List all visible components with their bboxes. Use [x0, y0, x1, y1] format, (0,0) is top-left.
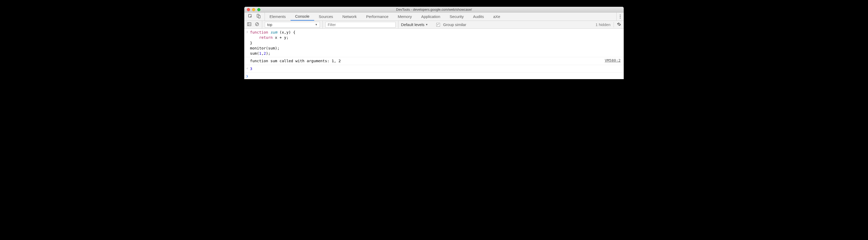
return-value: 3	[250, 66, 252, 71]
toolbar-right: 1 hidden	[593, 22, 624, 27]
titlebar: DevTools - developers.google.com/web/sho…	[244, 7, 624, 12]
svg-rect-3	[247, 23, 251, 26]
tab-elements[interactable]: Elements	[265, 12, 290, 21]
sidebar-toggle-icon[interactable]	[247, 22, 252, 27]
execution-context-selector[interactable]: top ▼	[265, 22, 320, 28]
device-toolbar-icon[interactable]	[256, 14, 261, 19]
tab-network[interactable]: Network	[338, 12, 362, 21]
group-similar-label: Group similar	[443, 22, 466, 27]
context-group: top ▼	[262, 21, 323, 28]
context-value: top	[267, 23, 272, 27]
log-source-link[interactable]: VM580:2	[605, 58, 624, 63]
left-controls	[244, 21, 262, 28]
inspect-element-icon[interactable]	[248, 14, 253, 19]
tab-axe[interactable]: aXe	[489, 12, 505, 21]
console-body: ❯ function sum (x,y) { return x + y; } m…	[244, 29, 624, 79]
hidden-count[interactable]: 1 hidden	[595, 22, 611, 27]
console-log-row: function sum called with arguments: 1, 2…	[244, 57, 624, 65]
tab-console[interactable]: Console	[290, 12, 314, 21]
more-options[interactable]	[616, 12, 624, 21]
filter-group	[323, 21, 398, 28]
filter-input[interactable]	[326, 22, 396, 28]
prompt-chevron-icon: ❯	[246, 74, 248, 78]
tab-list: Elements Console Sources Network Perform…	[265, 12, 505, 21]
devtools-window: DevTools - developers.google.com/web/sho…	[244, 7, 624, 79]
levels-label: Default levels	[401, 22, 424, 27]
kebab-icon	[620, 15, 621, 19]
group-similar-checkbox[interactable]: ✓	[436, 23, 440, 27]
tab-memory[interactable]: Memory	[393, 12, 416, 21]
panel-tabs: Elements Console Sources Network Perform…	[244, 12, 624, 21]
console-return-row: ⪡ 3	[244, 65, 624, 73]
output-chevron-icon: ⪡	[246, 66, 249, 71]
settings-icon[interactable]	[617, 22, 621, 27]
dropdown-triangle-icon: ▼	[315, 23, 317, 26]
tab-performance[interactable]: Performance	[362, 12, 393, 21]
log-message: function sum called with arguments: 1, 2	[250, 58, 605, 63]
tab-application[interactable]: Application	[416, 12, 445, 21]
inspect-tools	[244, 12, 265, 21]
console-input-row: ❯ function sum (x,y) { return x + y; } m…	[244, 29, 624, 57]
tab-security[interactable]: Security	[445, 12, 468, 21]
prompt-input[interactable]	[250, 74, 624, 78]
console-toolbar: top ▼ Default levels ▼ ✓ Group similar 1…	[244, 21, 624, 29]
log-level-selector[interactable]: Default levels ▼	[401, 22, 428, 27]
input-chevron-icon: ❯	[246, 30, 248, 56]
input-code[interactable]: function sum (x,y) { return x + y; } mon…	[250, 30, 624, 56]
dropdown-triangle-icon: ▼	[426, 23, 428, 26]
clear-console-icon[interactable]	[255, 22, 259, 27]
tab-sources[interactable]: Sources	[314, 12, 338, 21]
tab-audits[interactable]: Audits	[468, 12, 489, 21]
window-title: DevTools - developers.google.com/web/sho…	[244, 7, 624, 11]
console-prompt-row[interactable]: ❯	[244, 73, 624, 79]
svg-rect-2	[258, 15, 260, 18]
options-group: Default levels ▼ ✓ Group similar	[398, 21, 469, 28]
